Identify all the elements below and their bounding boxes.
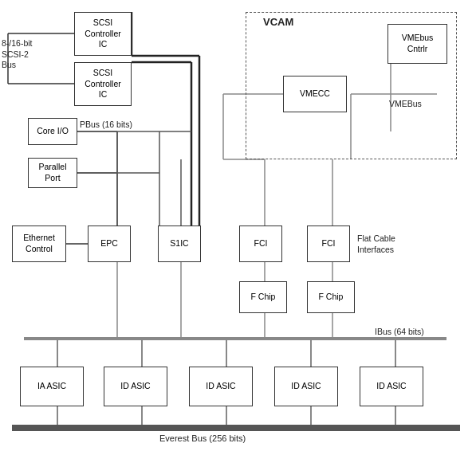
f-chip-2: F Chip: [307, 281, 355, 313]
parallel-port: ParallelPort: [28, 158, 77, 188]
everest-bus-bar: [12, 425, 460, 431]
pbus-label: PBus (16 bits): [80, 120, 132, 131]
scsi-controller-2: SCSIControllerIC: [74, 62, 132, 106]
id-asic-2: ID ASIC: [189, 367, 253, 406]
s1ic: S1IC: [158, 226, 201, 262]
flat-cable-label: Flat CableInterfaces: [357, 233, 421, 255]
vmecc: VMECC: [283, 76, 347, 112]
id-asic-3: ID ASIC: [274, 367, 338, 406]
fci-1: FCI: [239, 226, 282, 262]
scsi-bus-label: 8-/16-bitSCSI-2Bus: [2, 38, 49, 71]
scsi-controller-1: SCSIControllerIC: [74, 12, 132, 56]
fci-2: FCI: [307, 226, 350, 262]
architecture-diagram: SCSIControllerIC SCSIControllerIC 8-/16-…: [0, 0, 476, 451]
ia-asic: IA ASIC: [20, 367, 84, 406]
core-io: Core I/O: [28, 118, 77, 145]
ibus-label: IBus (64 bits): [375, 327, 424, 338]
ethernet-control: EthernetControl: [12, 226, 66, 262]
everest-bus-label: Everest Bus (256 bits): [159, 433, 246, 444]
vmebus-label: VMEBus: [389, 99, 422, 110]
vcam-label: VCAM: [263, 16, 293, 29]
f-chip-1: F Chip: [239, 281, 287, 313]
epc: EPC: [88, 226, 131, 262]
id-asic-1: ID ASIC: [104, 367, 167, 406]
id-asic-4: ID ASIC: [360, 367, 423, 406]
vmebus-controller: VMEbusCntrlr: [387, 24, 447, 64]
